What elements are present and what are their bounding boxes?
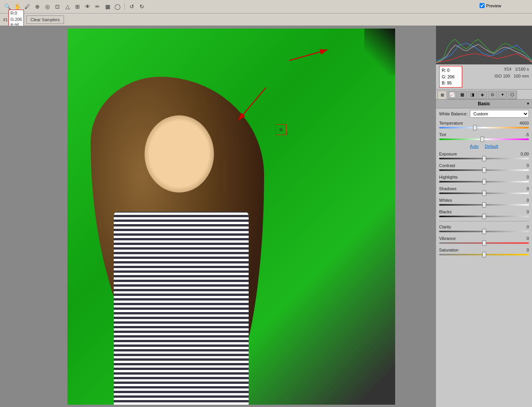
toolbar-separator bbox=[125, 3, 125, 10]
tab-split-tone[interactable]: ◨ bbox=[468, 91, 477, 99]
straighten-tool[interactable]: △ bbox=[63, 2, 72, 11]
heal-tool[interactable]: ⊞ bbox=[73, 2, 82, 11]
radial-filter-tool[interactable]: ◯ bbox=[113, 2, 122, 11]
saturation-label: Saturation bbox=[439, 248, 458, 252]
clarity-slider-thumb[interactable] bbox=[482, 229, 486, 234]
preview-checkbox[interactable] bbox=[480, 3, 485, 8]
vibrance-slider-track[interactable] bbox=[439, 242, 529, 244]
saturation-slider-thumb[interactable] bbox=[482, 252, 486, 257]
basic-panel-header[interactable]: Basic bbox=[436, 100, 532, 108]
tab-lens[interactable]: ⊙ bbox=[488, 91, 497, 99]
shadows-label: Shadows bbox=[439, 186, 456, 191]
shadows-slider-thumb[interactable] bbox=[482, 191, 486, 196]
whites-value: 0 bbox=[517, 198, 529, 203]
shutter-value: 1/160 s bbox=[515, 67, 529, 71]
target-tool[interactable]: ◎ bbox=[43, 2, 52, 11]
temperature-label: Temperature bbox=[439, 121, 463, 125]
tab-tone-curve[interactable]: 📈 bbox=[448, 91, 457, 99]
saturation-row: Saturation 0 bbox=[436, 246, 532, 258]
wb-label: White Balance: bbox=[439, 111, 468, 116]
blacks-slider-track[interactable] bbox=[439, 216, 529, 217]
main-toolbar: 🔍 ✋ 🖊 ⊕ ◎ ⊡ △ ⊞ 👁 ✏ ▦ ◯ ↺ ↻ bbox=[0, 0, 532, 14]
blacks-row: Blacks 0 bbox=[436, 208, 532, 220]
tint-value: -5 bbox=[517, 132, 529, 137]
contrast-slider-track[interactable] bbox=[439, 169, 529, 171]
default-button[interactable]: Default bbox=[485, 144, 498, 149]
brush-tool[interactable]: ✏ bbox=[93, 2, 102, 11]
shadows-row: Shadows 0 bbox=[436, 185, 532, 196]
photo-canvas[interactable]: 1 bbox=[67, 29, 395, 405]
vibrance-slider-thumb[interactable] bbox=[482, 240, 486, 246]
highlights-slider-track[interactable] bbox=[439, 181, 529, 182]
section-divider bbox=[439, 221, 529, 221]
sampler-marker-1[interactable]: 1 bbox=[276, 124, 286, 135]
aperture-value: f/14 bbox=[504, 67, 511, 71]
contrast-slider-thumb[interactable] bbox=[482, 167, 486, 173]
tab-hsl[interactable]: ▦ bbox=[458, 91, 467, 99]
white-balance-row: White Balance: Custom As Shot Auto Dayli… bbox=[436, 108, 532, 119]
ci-r-value: 0 bbox=[447, 68, 450, 73]
tint-slider-thumb[interactable] bbox=[480, 137, 484, 142]
blacks-label: Blacks bbox=[439, 209, 451, 214]
r-value: 0 bbox=[15, 11, 17, 15]
ci-r-label: R: bbox=[442, 68, 446, 73]
contrast-label: Contrast bbox=[439, 163, 455, 168]
temperature-slider-thumb[interactable] bbox=[473, 125, 477, 130]
vibrance-row: Vibrance 0 bbox=[436, 235, 532, 246]
face-silhouette bbox=[145, 115, 214, 193]
image-container: 1 bbox=[27, 26, 436, 407]
saturation-slider-track[interactable] bbox=[439, 254, 529, 255]
blacks-slider-thumb[interactable] bbox=[482, 214, 486, 219]
shadows-slider-track[interactable] bbox=[439, 193, 529, 194]
sampler-number: #1 bbox=[3, 17, 8, 22]
options-bar: #1 R:0 G:206 B:95 Clear Samplers bbox=[0, 14, 532, 26]
tint-label: Tint bbox=[439, 132, 446, 137]
contrast-row: Contrast 0 bbox=[436, 162, 532, 173]
tab-basic[interactable]: ⊞ bbox=[438, 91, 447, 99]
basic-panel-title: Basic bbox=[478, 101, 490, 106]
main-area: 1 bbox=[0, 26, 532, 407]
redeye-tool[interactable]: 👁 bbox=[83, 2, 92, 11]
contrast-value: 0 bbox=[517, 163, 529, 168]
g-value: 206 bbox=[15, 17, 22, 22]
tab-detail[interactable]: ◈ bbox=[478, 91, 487, 99]
whites-slider-track[interactable] bbox=[439, 204, 529, 206]
white-balance-select[interactable]: Custom As Shot Auto Daylight Cloudy Shad… bbox=[470, 110, 529, 118]
exposure-slider-track[interactable] bbox=[439, 158, 529, 159]
basic-panel: Basic White Balance: Custom As Shot Auto… bbox=[436, 100, 532, 407]
auto-button[interactable]: Auto bbox=[470, 144, 479, 149]
color-info-bar: R: 0 G: 206 B: 95 f/14 1/160 s ISO 100 1… bbox=[436, 64, 532, 90]
canvas-area[interactable]: 1 bbox=[0, 26, 436, 407]
color-sampler-tool[interactable]: ⊕ bbox=[33, 2, 42, 11]
histogram-chart bbox=[436, 26, 532, 64]
whites-slider-thumb[interactable] bbox=[482, 202, 486, 208]
ci-g-label: G: bbox=[442, 74, 446, 79]
tint-slider-track[interactable] bbox=[439, 138, 529, 140]
eyedropper-tool[interactable]: 🖊 bbox=[23, 2, 32, 11]
exposure-row: Exposure 0,00 bbox=[436, 150, 532, 162]
tab-effects[interactable]: ✦ bbox=[498, 91, 507, 99]
shirt-silhouette bbox=[114, 212, 249, 405]
temperature-row: Temperature 4650 bbox=[436, 119, 532, 131]
focal-value: 100 mm bbox=[513, 74, 529, 78]
temperature-slider-track[interactable] bbox=[439, 127, 529, 128]
rotate-cw-button[interactable]: ↻ bbox=[138, 2, 146, 11]
rotate-ccw-button[interactable]: ↺ bbox=[128, 2, 136, 11]
temperature-value: 4650 bbox=[517, 121, 529, 125]
tint-row: Tint -5 bbox=[436, 131, 532, 142]
exposure-slider-thumb[interactable] bbox=[482, 156, 486, 161]
iso-value: ISO 100 bbox=[495, 74, 510, 78]
ci-b-label: B: bbox=[442, 81, 446, 85]
blacks-value: 0 bbox=[517, 209, 529, 214]
panel-tabs: ⊞ 📈 ▦ ◨ ◈ ⊙ ✦ ⬡ bbox=[436, 90, 532, 100]
clarity-slider-track[interactable] bbox=[439, 231, 529, 232]
saturation-value: 0 bbox=[517, 248, 529, 252]
tab-camera[interactable]: ⬡ bbox=[508, 91, 517, 99]
whites-row: Whites 0 bbox=[436, 196, 532, 208]
shadows-value: 0 bbox=[517, 186, 529, 191]
highlights-slider-thumb[interactable] bbox=[482, 179, 486, 184]
grad-filter-tool[interactable]: ▦ bbox=[103, 2, 112, 11]
crop-tool[interactable]: ⊡ bbox=[53, 2, 62, 11]
clear-samplers-button[interactable]: Clear Samplers bbox=[26, 15, 64, 24]
rgb-values-box: R: 0 G: 206 B: 95 bbox=[439, 66, 462, 88]
